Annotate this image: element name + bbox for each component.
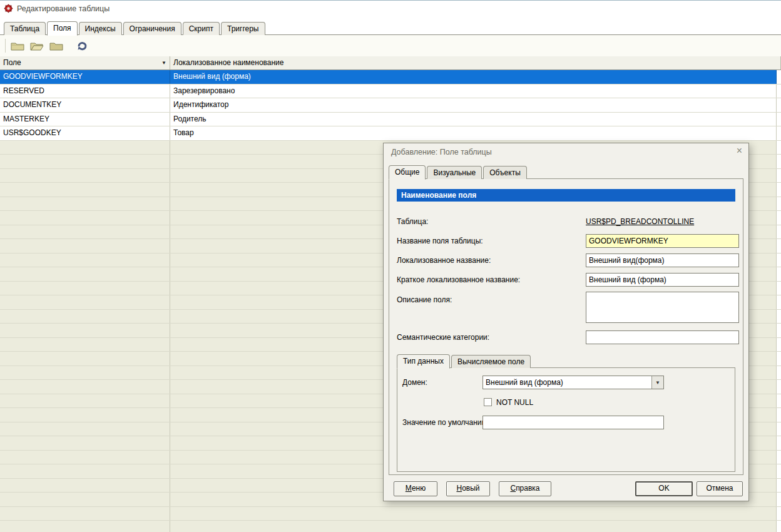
tab-computed[interactable]: Вычисляемое поле [451, 355, 531, 368]
table-link[interactable]: USR$PD_BREADCONTOLLINE [586, 217, 694, 226]
cell-field [0, 295, 170, 309]
refresh-icon[interactable] [74, 39, 89, 52]
cell-localized: Внешний вид (форма) [170, 70, 777, 84]
cell-field [0, 366, 170, 380]
cell-localized [170, 521, 777, 532]
ok-button[interactable]: OK [635, 481, 693, 496]
table-row[interactable]: RESERVEDЗарезервировано [0, 84, 781, 99]
chevron-down-icon[interactable]: ▼ [651, 376, 663, 389]
cell-field [0, 239, 170, 253]
sort-indicator-icon[interactable]: ▼ [161, 60, 166, 66]
menu-button[interactable]: Меню [394, 481, 437, 496]
main-tab-bar: ТаблицаПоляИндексыОграниченияСкриптТригг… [4, 18, 267, 35]
cell-field [0, 282, 170, 295]
cell-field [0, 155, 170, 168]
tab-table[interactable]: Таблица [4, 22, 46, 35]
cell-field [0, 338, 170, 352]
column-header-field-label: Поле [3, 58, 21, 67]
cell-field [0, 352, 170, 366]
cell-field [0, 197, 170, 211]
cell-field [0, 380, 170, 394]
table-row[interactable]: GOODVIEWFORMKEYВнешний вид (форма) [0, 70, 781, 84]
table-row[interactable]: USR$GOODKEYТовар [0, 126, 781, 141]
close-icon[interactable]: × [737, 146, 742, 156]
cancel-button[interactable]: Отмена [697, 481, 743, 496]
field-name-input[interactable]: GOODVIEWFORMKEY [586, 234, 739, 248]
help-button[interactable]: Справка [499, 481, 551, 496]
cell-localized: Товар [170, 126, 777, 140]
table-label: Таблица: [397, 217, 428, 226]
tab-constraints[interactable]: Ограничения [123, 22, 181, 35]
cell-field: GOODVIEWFORMKEY [0, 70, 170, 84]
cell-field [0, 310, 170, 324]
window-title: Редактирование таблицы [17, 4, 110, 13]
domain-combobox[interactable]: Внешний вид (форма) ▼ [482, 376, 664, 389]
grid-header: Поле ▼ Локализованное наименование [0, 56, 781, 70]
domain-value: Внешний вид (форма) [486, 378, 563, 387]
closed-folder-icon[interactable] [49, 39, 64, 52]
localized-name-label: Локализованное название: [397, 256, 491, 265]
tab-visual[interactable]: Визуальные [427, 166, 482, 179]
table-row[interactable] [0, 507, 781, 521]
cell-field [0, 211, 170, 225]
cell-field [0, 267, 170, 281]
toolbar-separator [5, 39, 6, 53]
cell-field [0, 169, 170, 183]
cell-field [0, 408, 170, 422]
window-titlebar: Редактирование таблицы [0, 0, 781, 16]
domain-label: Домен: [402, 378, 427, 387]
toolbar-icons [10, 39, 89, 52]
description-label: Описание поля: [397, 295, 452, 304]
cell-field: RESERVED [0, 84, 170, 98]
table-row[interactable]: MASTERKEYРодитель [0, 113, 781, 127]
not-null-checkbox[interactable] [484, 398, 492, 406]
semantic-categories-input[interactable] [586, 330, 739, 344]
default-value-label: Значение по умолчанию: [402, 418, 489, 427]
localized-name-input[interactable]: Внешний вид(форма) [586, 253, 739, 267]
table-row[interactable] [0, 521, 781, 532]
add-field-dialog: Добавление: Поле таблицы × ОбщиеВизуальн… [383, 143, 749, 501]
data-type-panel: Домен: Внешний вид (форма) ▼ NOT NULL Зн… [397, 367, 735, 472]
table-row[interactable]: DOCUMENTKEYИдентификатор [0, 98, 781, 113]
cell-field [0, 183, 170, 197]
cell-field: DOCUMENTKEY [0, 98, 170, 112]
cell-field [0, 253, 170, 267]
cell-localized: Родитель [170, 113, 777, 126]
description-textarea[interactable] [586, 292, 739, 323]
cell-field [0, 436, 170, 450]
cell-field [0, 507, 170, 521]
short-localized-name-input[interactable]: Внешний вид (форма) [586, 273, 739, 287]
short-localized-name-label: Краткое локализованное название: [397, 275, 520, 284]
semantic-categories-label: Семантические категории: [397, 333, 489, 342]
field-name-label: Название поля таблицы: [397, 237, 483, 245]
tab-triggers[interactable]: Триггеры [221, 22, 265, 35]
tab-general[interactable]: Общие [389, 165, 426, 180]
cell-localized: Зарезервировано [170, 84, 777, 98]
dialog-tab-page: Наименование поля Таблица: USR$PD_BREADC… [389, 178, 743, 475]
cell-localized [170, 507, 777, 521]
cell-field [0, 479, 170, 493]
cell-field [0, 451, 170, 464]
tab-datatype[interactable]: Тип данных [397, 354, 450, 369]
section-header: Наименование поля [397, 189, 735, 202]
cell-field [0, 493, 170, 506]
toolbar [0, 35, 781, 56]
column-header-field[interactable]: Поле ▼ [0, 56, 170, 69]
cell-field [0, 225, 170, 239]
cell-field [0, 141, 170, 155]
dialog-tab-bar: ОбщиеВизуальныеОбъекты [389, 163, 528, 179]
tab-indexes[interactable]: Индексы [79, 22, 122, 35]
column-header-localized[interactable]: Локализованное наименование [170, 56, 781, 69]
app-icon [4, 4, 13, 13]
default-value-input[interactable] [482, 416, 664, 429]
dialog-title: Добавление: Поле таблицы [391, 148, 492, 156]
cell-field [0, 324, 170, 337]
tab-fields[interactable]: Поля [47, 21, 78, 36]
tab-objects[interactable]: Объекты [483, 166, 527, 179]
tab-script[interactable]: Скрипт [183, 22, 220, 35]
cell-field: USR$GOODKEY [0, 126, 170, 140]
new-button[interactable]: Новый [446, 481, 490, 496]
new-folder-icon[interactable] [10, 39, 25, 52]
open-folder-icon[interactable] [29, 39, 44, 52]
cell-field [0, 464, 170, 478]
